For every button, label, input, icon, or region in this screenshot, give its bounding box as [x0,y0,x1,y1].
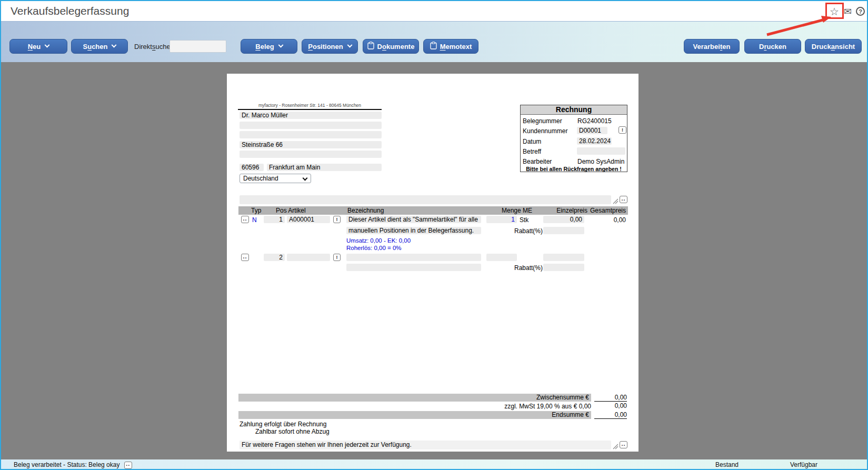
customer-info-button[interactable]: ! [618,126,626,134]
endsumme-value: 0,00 [594,411,627,419]
pos-field[interactable]: 2 [264,254,285,261]
rabatt-label: Rabatt(%) [514,264,543,272]
bestand-label: Bestand [715,461,739,468]
mwst-value: 0,00 [594,402,627,410]
head-text-expand-button[interactable]: .. [620,196,627,203]
druckansicht-button[interactable]: Druckansicht [805,39,862,54]
verkaufsbelegerfassung-window: Verkaufsbelegerfassung ☆ ✉ ? Neu Suchen … [0,0,868,470]
artikel-field[interactable]: A000001 [287,216,330,223]
country-select[interactable]: Deutschland [240,174,311,183]
kundennummer-field[interactable]: D00001 [577,127,607,134]
kundennummer-label: Kundennummer [523,127,567,135]
col-typ: Typ [251,207,261,214]
new-button[interactable]: Neu [9,39,67,54]
street-field[interactable]: Steinstraße 66 [240,141,382,148]
belegnummer-value: RG2400015 [577,117,612,125]
title-bar: Verkaufsbelegerfassung ☆ ✉ ? [1,1,867,21]
search-button[interactable]: Suchen [71,39,128,54]
verarbeiten-button[interactable]: Verarbeiten [684,39,740,54]
help-icon[interactable]: ? [856,7,865,16]
einzelpreis-field[interactable]: 0,00 [543,216,584,223]
belegnummer-label: Belegnummer [523,117,562,125]
sender-line: myfactory - Rosenheimer Str. 141 - 80645… [238,103,382,110]
endsumme-bar: Endsumme € [238,411,591,419]
rabatt-field[interactable] [543,227,584,234]
positionen-button[interactable]: Positionen [302,39,358,54]
chevron-down-icon [278,42,283,47]
document-work-area: myfactory - Rosenheimer Str. 141 - 80645… [1,62,867,459]
direct-search-input[interactable] [169,40,226,53]
bezeichnung-field[interactable]: Dieser Artikel dient als "Sammelartikel"… [346,216,481,223]
row-typ: N [252,216,257,224]
artikel-field[interactable] [287,254,330,261]
customer-name-field[interactable]: Dr. Marco Müller [240,112,382,119]
dokumente-button[interactable]: Dokumente [363,39,419,54]
zwischensumme-bar: Zwischensumme € [238,394,591,402]
artikel-info-button[interactable]: ! [333,254,341,261]
artikel-info-button[interactable]: ! [333,216,341,223]
resize-handle-icon[interactable] [613,444,618,449]
memotext-button[interactable]: Memotext [423,39,478,54]
invoice-box-title: Rechnung [521,105,627,115]
status-text: Beleg verarbeitet - Status: Beleg okay [14,461,119,468]
footer-text-field[interactable]: Für weitere Fragen stehen wir Ihnen jede… [240,441,611,449]
menge-field[interactable]: 1 [486,216,517,223]
col-pos-artikel: Pos Artikel [276,207,306,214]
address-line3-field[interactable] [240,131,382,138]
col-gesamtpreis: Gesamtpreis [585,207,626,214]
zwischensumme-value: 0,00 [594,394,627,402]
mail-icon[interactable]: ✉ [844,6,852,17]
col-einzelpreis: Einzelpreis [548,207,587,214]
einzelpreis-field[interactable] [543,254,584,261]
annotation-highlight-box [825,3,844,19]
gesamtpreis-value: 0,00 [590,216,626,224]
col-menge-me: Menge ME [502,207,532,214]
chevron-down-icon [347,42,352,47]
row-menu-button[interactable]: .. [241,216,249,223]
country-select-value: Deutschland [243,175,278,182]
roherloes-info: Roherlös: 0,00 = 0% [346,244,402,252]
clipboard-icon [367,42,374,51]
menge-field[interactable] [486,254,517,261]
address-line5-field[interactable] [240,151,382,158]
address-line2-field[interactable] [240,122,382,129]
datum-label: Datum [523,138,541,145]
head-text-field[interactable] [240,195,611,204]
betreff-field[interactable] [577,147,625,155]
mwst-label: zzgl. MwSt 19,00 % aus € 0,00 [437,403,591,410]
bezeichnung-field[interactable] [346,254,481,261]
page-title: Verkaufsbelegerfassung [11,5,129,17]
betreff-label: Betreff [523,148,541,155]
resize-handle-icon[interactable] [613,198,618,204]
verfuegbar-label: Verfügbar [790,461,817,468]
payment-line-2: Zahlbar sofort ohne Abzug [255,428,330,435]
invoice-box-note: Bitte bei allen Rückfragen angeben ! [521,165,627,173]
payment-line-1: Zahlung erfolgt über Rechnung [240,421,326,428]
zip-field[interactable]: 60596 [240,164,264,171]
chevron-down-icon [45,42,50,47]
status-menu-button[interactable]: .. [124,462,132,469]
invoice-info-box: Rechnung Belegnummer RG2400015 Kundennum… [520,105,627,172]
rabatt-label: Rabatt(%) [514,227,543,235]
umsatz-info: Umsatz: 0,00 - EK: 0,00 [346,237,411,244]
row-menu-button[interactable]: .. [241,254,249,261]
chevron-down-icon [112,42,117,47]
bezeichnung2-field[interactable]: manuellen Positionen in der Belegerfassu… [346,227,481,234]
me-label: Stk [520,216,528,224]
footer-text-expand-button[interactable]: .. [620,441,627,448]
bearbeiter-value: Demo SysAdmin [577,158,624,165]
col-bezeichnung: Bezeichnung [347,207,384,214]
city-field[interactable]: Frankfurt am Main [267,164,382,171]
chevron-down-icon [303,176,308,181]
bezeichnung2-field[interactable] [346,264,481,271]
status-bar: Beleg verarbeitet - Status: Beleg okay .… [1,459,867,470]
invoice-document: myfactory - Rosenheimer Str. 141 - 80645… [227,74,638,452]
bearbeiter-label: Bearbeiter [523,158,552,165]
pos-field[interactable]: 1 [264,216,285,223]
datum-field[interactable]: 28.02.2024 [577,137,612,145]
rabatt-field[interactable] [543,264,584,271]
clipboard-icon [430,42,437,51]
beleg-button[interactable]: Beleg [241,39,297,54]
toolbar: Neu Suchen Direktsuche: Beleg Positionen… [1,21,867,62]
drucken-button[interactable]: Drucken [744,39,801,54]
